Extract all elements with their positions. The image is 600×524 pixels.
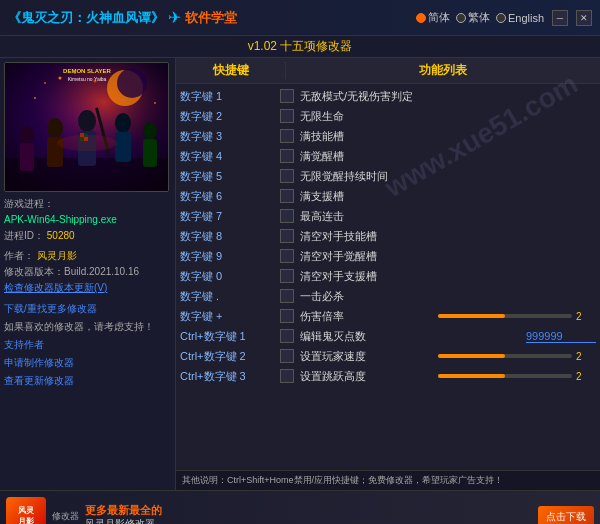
cheat-desc-7: 清空对手技能槽: [300, 229, 596, 244]
cheat-row-9: 数字键 0 清空对手支援槽: [176, 266, 600, 286]
cheat-slider-11[interactable]: [438, 314, 572, 318]
cheat-desc-0: 无敌模式/无视伤害判定: [300, 89, 596, 104]
lang-option-english[interactable]: English: [496, 12, 544, 24]
cheat-slider-13[interactable]: [438, 354, 572, 358]
cheat-key-7: 数字键 8: [180, 229, 280, 244]
lang-label-english: English: [508, 12, 544, 24]
cheat-desc-10: 一击必杀: [300, 289, 596, 304]
lang-option-traditional[interactable]: 繁体: [456, 10, 490, 25]
link-download[interactable]: 下载/重找更多修改器: [4, 300, 171, 318]
svg-point-22: [20, 126, 34, 144]
link-check-update[interactable]: 查看更新修改器: [4, 372, 171, 390]
cheat-checkbox-11[interactable]: [280, 309, 294, 323]
game-cover-image: DEMON SLAYER Kimetsu no Yaiba: [4, 62, 169, 192]
author-row: 作者： 风灵月影: [4, 248, 171, 264]
svg-point-18: [47, 118, 63, 138]
title-bar: 《鬼灭之刃：火神血风谭》 ✈ 软件学堂 简体 繁体 English ─ ✕: [0, 0, 600, 36]
cheat-checkbox-7[interactable]: [280, 229, 294, 243]
cheat-checkbox-3[interactable]: [280, 149, 294, 163]
cheat-key-1: 数字键 2: [180, 109, 280, 124]
title-left: 《鬼灭之刃：火神血风谭》 ✈ 软件学堂: [8, 8, 237, 27]
cheat-key-4: 数字键 5: [180, 169, 280, 184]
ad-text: 更多最新最全的 风灵月影修改器: [85, 503, 532, 524]
svg-point-24: [143, 122, 157, 140]
cheat-key-12: Ctrl+数字键 1: [180, 329, 280, 344]
cheat-desc-5: 满支援槽: [300, 189, 596, 204]
ad-label: 修改器: [52, 510, 79, 523]
bottom-bar-text: 其他说明：Ctrl+Shift+Home禁用/应用快捷键；免费修改器，希望玩家广…: [182, 474, 503, 487]
cheat-key-8: 数字键 9: [180, 249, 280, 264]
slider-container-14: 设置跳跃高度 2: [300, 369, 596, 384]
cheat-checkbox-5[interactable]: [280, 189, 294, 203]
ad-banner: 风灵 月影 修改器 更多最新最全的 风灵月影修改器 点击下载: [0, 490, 600, 524]
lang-label-traditional: 繁体: [468, 10, 490, 25]
shortcuts-header: 快捷键: [176, 62, 286, 79]
progress-label: 游戏进程：: [4, 196, 171, 212]
subtitle-bar: v1.02 十五项修改器: [0, 36, 600, 58]
slider-fill-13: [438, 354, 505, 358]
ad-desc: 风灵月影修改器: [85, 517, 532, 524]
cheat-checkbox-8[interactable]: [280, 249, 294, 263]
ad-logo: 风灵 月影: [6, 497, 46, 525]
cheat-desc-3: 满觉醒槽: [300, 149, 596, 164]
cheat-desc-4: 无限觉醒持续时间: [300, 169, 596, 184]
cheat-desc-11: 伤害倍率: [300, 309, 434, 324]
cheat-header: 快捷键 功能列表: [176, 58, 600, 84]
cheat-list: 数字键 1 无敌模式/无视伤害判定 数字键 2 无限生命 数字键 3 满技能槽 …: [176, 84, 600, 470]
cheat-desc-12: 编辑鬼灭点数: [300, 329, 522, 344]
close-button[interactable]: ✕: [576, 10, 592, 26]
check-update-link[interactable]: 检查修改器版本更新(V): [4, 280, 171, 296]
link-support-author[interactable]: 支持作者: [4, 336, 171, 354]
cheat-slider-14[interactable]: [438, 374, 572, 378]
cheat-row-6: 数字键 7 最高连击: [176, 206, 600, 226]
cheat-desc-8: 清空对手觉醒槽: [300, 249, 596, 264]
process-name: APK-Win64-Shipping.exe: [4, 212, 171, 228]
cheat-input-12[interactable]: [526, 330, 596, 343]
minimize-button[interactable]: ─: [552, 10, 568, 26]
mod-date: 修改器版本：Build.2021.10.16: [4, 264, 171, 280]
cheat-checkbox-13[interactable]: [280, 349, 294, 363]
cheat-checkbox-4[interactable]: [280, 169, 294, 183]
cheat-checkbox-6[interactable]: [280, 209, 294, 223]
svg-point-6: [34, 97, 36, 99]
svg-point-20: [115, 113, 131, 133]
cheat-row-3: 数字键 4 满觉醒槽: [176, 146, 600, 166]
cheat-key-3: 数字键 4: [180, 149, 280, 164]
cheat-checkbox-1[interactable]: [280, 109, 294, 123]
cheat-row-11: 数字键 + 伤害倍率 2: [176, 306, 600, 326]
brand-name: 软件学堂: [185, 9, 237, 27]
cheat-checkbox-14[interactable]: [280, 369, 294, 383]
svg-point-5: [59, 77, 62, 80]
cheat-checkbox-10[interactable]: [280, 289, 294, 303]
slider-fill-14: [438, 374, 505, 378]
cheat-row-14: Ctrl+数字键 3 设置跳跃高度 2: [176, 366, 600, 386]
radio-english: [496, 13, 506, 23]
cheat-desc-2: 满技能槽: [300, 129, 596, 144]
svg-point-3: [117, 68, 147, 98]
link-request-trainer[interactable]: 申请制作修改器: [4, 354, 171, 372]
cheat-checkbox-9[interactable]: [280, 269, 294, 283]
game-title: 《鬼灭之刃：火神血风谭》: [8, 9, 164, 27]
lang-option-simplified[interactable]: 简体: [416, 10, 450, 25]
cheat-key-11: 数字键 +: [180, 309, 280, 324]
slider-val-11: 2: [576, 311, 596, 322]
cheat-row-2: 数字键 3 满技能槽: [176, 126, 600, 146]
process-id-row: 进程ID： 50280: [4, 228, 171, 244]
slider-container-11: 伤害倍率 2: [300, 309, 596, 324]
svg-point-11: [78, 110, 96, 132]
cheat-key-6: 数字键 7: [180, 209, 280, 224]
cheat-row-8: 数字键 9 清空对手觉醒槽: [176, 246, 600, 266]
svg-text:DEMON SLAYER: DEMON SLAYER: [63, 68, 111, 74]
svg-rect-23: [20, 143, 34, 171]
cheat-checkbox-12[interactable]: [280, 329, 294, 343]
title-right: 简体 繁体 English ─ ✕: [416, 10, 592, 26]
cheat-desc-13: 设置玩家速度: [300, 349, 434, 364]
cheat-row-10: 数字键 . 一击必杀: [176, 286, 600, 306]
cheat-desc-9: 清空对手支援槽: [300, 269, 596, 284]
cheat-checkbox-0[interactable]: [280, 89, 294, 103]
cheat-checkbox-2[interactable]: [280, 129, 294, 143]
ad-download-button[interactable]: 点击下载: [538, 506, 594, 525]
cheat-row-4: 数字键 5 无限觉醒持续时间: [176, 166, 600, 186]
slider-val-13: 2: [576, 351, 596, 362]
cheat-key-14: Ctrl+数字键 3: [180, 369, 280, 384]
